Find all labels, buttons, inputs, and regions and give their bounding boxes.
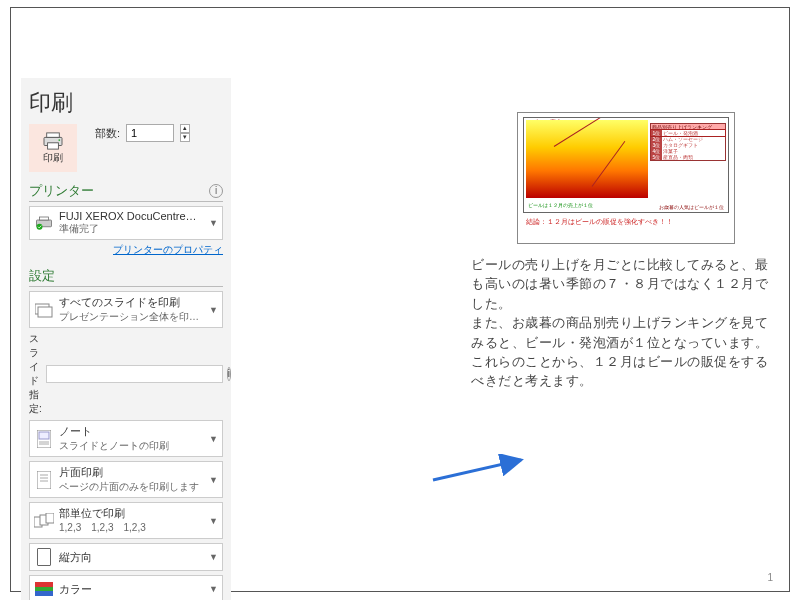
annotation-arrow: [429, 454, 529, 484]
chevron-down-icon: ▼: [209, 434, 218, 444]
page-number: 1: [767, 572, 773, 583]
printer-properties-link[interactable]: プリンターのプロパティ: [29, 243, 223, 257]
svg-rect-0: [47, 132, 60, 137]
chevron-down-icon: ▼: [209, 552, 218, 562]
notes-icon: [34, 429, 54, 449]
svg-rect-19: [46, 513, 54, 523]
printer-status-icon: [34, 213, 54, 233]
slides-icon: [34, 300, 54, 320]
svg-rect-2: [48, 142, 59, 148]
ranking-table: 商品別売り上げランキング 1位ビール・発泡酒 2位ハム・ソーセージ 3位カタログ…: [650, 123, 726, 161]
slide-spec-input[interactable]: [46, 365, 223, 383]
collate-select[interactable]: 部単位で印刷1,2,3 1,2,3 1,2,3 ▼: [29, 502, 223, 539]
layout-select[interactable]: ノートスライドとノートの印刷 ▼: [29, 420, 223, 457]
sides-select[interactable]: 片面印刷ページの片面のみを印刷します ▼: [29, 461, 223, 498]
chevron-down-icon: ▼: [209, 218, 218, 228]
svg-point-3: [58, 139, 60, 141]
chart-image: ビール売上 商品別売り上げランキング 1位ビール・発泡酒 2位ハム・ソーセージ …: [523, 117, 729, 213]
svg-rect-8: [38, 307, 52, 317]
collate-icon: [34, 511, 54, 531]
conclusion-text: 結論：１２月はビールの販促を強化すべき！！: [522, 217, 730, 227]
chevron-down-icon: ▼: [209, 475, 218, 485]
svg-point-6: [37, 224, 43, 230]
orientation-select[interactable]: 縦方向 ▼: [29, 543, 223, 571]
svg-rect-5: [40, 217, 49, 220]
print-preview: ビール売上 商品別売り上げランキング 1位ビール・発泡酒 2位ハム・ソーセージ …: [471, 112, 781, 592]
settings-section-header: 設定: [29, 267, 55, 285]
chevron-down-icon: ▼: [209, 516, 218, 526]
page-title: 印刷: [29, 88, 223, 118]
chevron-down-icon: ▼: [209, 305, 218, 315]
notes-text: ビールの売り上げを月ごとに比較してみると、最も高いのは暑い季節の７・８月ではなく…: [471, 256, 781, 392]
info-icon[interactable]: i: [227, 367, 231, 381]
info-icon[interactable]: i: [209, 184, 223, 198]
copies-input[interactable]: [126, 124, 174, 142]
color-icon: [34, 579, 54, 599]
portrait-icon: [34, 547, 54, 567]
copies-label: 部数:: [95, 126, 120, 141]
copies-down[interactable]: ▾: [180, 133, 190, 142]
slide-spec-label: スライド指定:: [29, 332, 42, 416]
chevron-down-icon: ▼: [209, 584, 218, 594]
printer-section-header: プリンター: [29, 182, 94, 200]
slide-thumbnail: ビール売上 商品別売り上げランキング 1位ビール・発泡酒 2位ハム・ソーセージ …: [517, 112, 735, 244]
print-range-select[interactable]: すべてのスライドを印刷プレゼンテーション全体を印刷し… ▼: [29, 291, 223, 328]
one-side-icon: [34, 470, 54, 490]
print-button[interactable]: 印刷: [29, 124, 77, 172]
printer-icon: [42, 132, 64, 150]
color-select[interactable]: カラー ▼: [29, 575, 223, 600]
svg-line-20: [433, 460, 521, 480]
printer-select[interactable]: FUJI XEROX DocuCentre… 準備完了 ▼: [29, 206, 223, 240]
svg-rect-13: [37, 471, 51, 489]
copies-up[interactable]: ▴: [180, 124, 190, 133]
svg-rect-10: [39, 432, 49, 439]
